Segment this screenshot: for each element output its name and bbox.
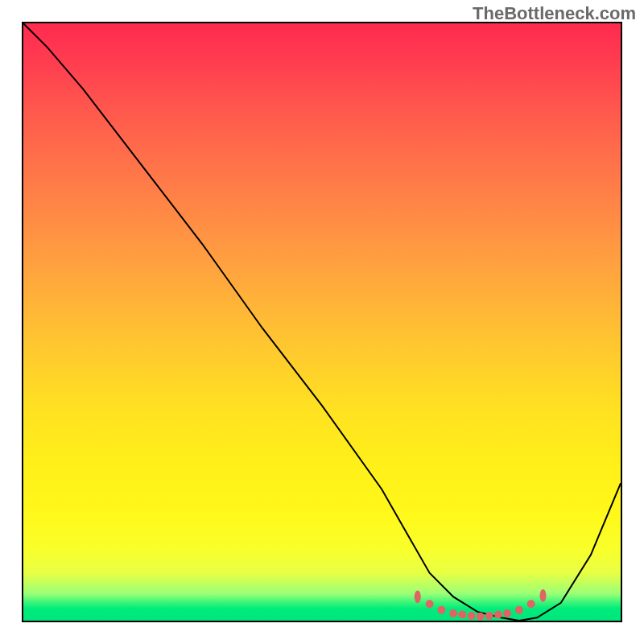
attribution-text: TheBottleneck.com <box>473 3 636 24</box>
optimal-marker <box>437 606 445 614</box>
optimal-marker <box>503 609 511 617</box>
optimal-marker <box>468 612 476 620</box>
optimal-marker <box>477 613 485 621</box>
optimal-marker <box>540 589 547 602</box>
optimal-markers <box>415 589 547 621</box>
bottleneck-curve <box>23 23 621 621</box>
optimal-marker <box>458 611 466 619</box>
optimal-marker <box>415 590 421 603</box>
optimal-marker <box>515 606 523 614</box>
curve-svg <box>23 23 621 621</box>
optimal-marker <box>494 611 502 619</box>
optimal-marker <box>485 612 493 620</box>
optimal-marker <box>426 600 434 608</box>
plot-area <box>22 22 622 622</box>
optimal-marker <box>527 600 535 608</box>
optimal-marker <box>449 609 457 617</box>
